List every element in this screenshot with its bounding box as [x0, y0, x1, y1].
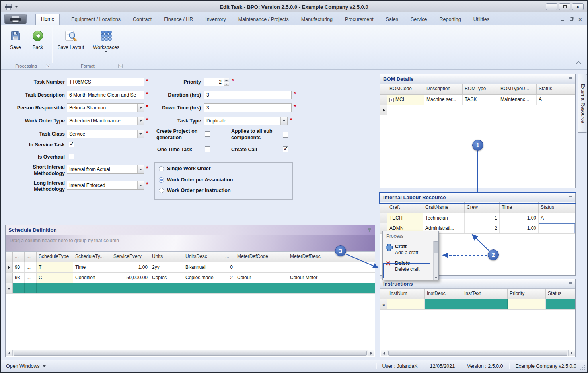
tab-equipment-locations[interactable]: Equipment / Locations [70, 14, 121, 25]
cell-ellipsis-button[interactable]: ... [25, 262, 37, 272]
column-header[interactable]: Description [424, 84, 463, 94]
close-button[interactable] [572, 3, 584, 10]
back-button[interactable]: Back [27, 29, 48, 50]
long-interval-select[interactable]: Interval Enforced [67, 181, 144, 190]
scroll-right-icon[interactable] [368, 350, 374, 356]
application-menu-button[interactable] [4, 14, 27, 24]
column-header[interactable]: Craft [387, 202, 423, 213]
menu-item-delete-craft[interactable]: Delete Delete craft [383, 258, 432, 274]
person-responsible-select[interactable]: Belinda Sharman [67, 103, 144, 112]
chevron-down-icon[interactable] [137, 130, 144, 138]
in-service-task-checkbox[interactable] [69, 142, 74, 147]
chevron-down-icon[interactable] [137, 165, 144, 173]
one-time-task-checkbox[interactable] [205, 146, 210, 152]
schedule-horizontal-scrollbar[interactable] [6, 350, 374, 356]
task-number-input[interactable] [67, 78, 144, 86]
tab-procurement[interactable]: Procurement [344, 14, 374, 25]
column-header[interactable]: BOMType [463, 84, 498, 94]
radio-single-work-order[interactable]: Single Work Order [159, 166, 211, 171]
cell-status-editing[interactable] [539, 223, 575, 233]
duration-input[interactable] [204, 91, 292, 99]
workspaces-button[interactable]: Workspaces [91, 29, 121, 52]
chevron-down-icon[interactable] [280, 117, 287, 125]
context-menu-scrollbar[interactable] [433, 241, 438, 280]
column-header[interactable]: UnitsDesc [183, 252, 223, 262]
column-header[interactable]: Status [539, 202, 575, 213]
tab-service[interactable]: Service [410, 14, 428, 25]
tab-maintenance-projects[interactable]: Maintenance / Projects [238, 14, 290, 25]
tab-sales[interactable]: Sales [385, 14, 399, 25]
task-description-input[interactable] [67, 91, 144, 99]
bom-current-row[interactable] [380, 105, 575, 115]
save-button[interactable]: Save [5, 29, 26, 50]
collapse-ribbon-icon[interactable] [576, 61, 581, 66]
priority-input[interactable] [204, 78, 224, 86]
column-header[interactable]: ... [223, 252, 235, 262]
column-header[interactable]: InstText [462, 289, 508, 299]
chevron-down-icon[interactable] [137, 117, 144, 125]
column-header[interactable]: BOMTypeD... [498, 84, 537, 94]
column-header[interactable]: MeterDefCode [235, 252, 288, 262]
minimize-button[interactable] [546, 3, 557, 10]
chevron-down-icon[interactable] [137, 181, 144, 189]
column-header[interactable]: Status [537, 84, 575, 94]
instructions-new-row[interactable] [380, 299, 575, 310]
column-header[interactable]: Crew [465, 202, 500, 213]
tab-finance-hr[interactable]: Finance / HR [163, 14, 194, 25]
tab-manufacturing[interactable]: Manufacturing [300, 14, 333, 25]
cell-ellipsis-button[interactable]: ... [25, 273, 37, 283]
schedule-new-row[interactable] [6, 283, 375, 294]
save-layout-button[interactable]: Save Layout [56, 29, 86, 50]
column-header[interactable]: CraftName [423, 202, 465, 213]
radio-work-order-per-instruction[interactable]: Work Order per Instruction [159, 188, 231, 193]
radio-work-order-per-association[interactable]: Work Order per Association [159, 177, 233, 183]
column-header[interactable]: InstNum [387, 289, 425, 299]
scroll-left-icon[interactable] [6, 350, 13, 356]
chevron-down-icon[interactable] [137, 104, 144, 112]
task-type-select[interactable]: Duplicate [204, 117, 288, 125]
maximize-button[interactable] [559, 3, 570, 10]
column-header[interactable]: Priority [508, 289, 546, 299]
tab-inventory[interactable]: Inventory [204, 14, 226, 25]
column-header[interactable]: ... [25, 252, 37, 262]
task-class-select[interactable]: Service [67, 130, 144, 138]
open-windows-button[interactable]: Open Windows [1, 363, 46, 369]
resize-grip[interactable] [580, 365, 586, 371]
column-header[interactable]: MeterDefDesc [288, 252, 375, 262]
tab-reporting[interactable]: Reporting [439, 14, 462, 25]
short-interval-select[interactable]: Interval from Actual [67, 165, 144, 174]
scroll-right-icon[interactable] [568, 350, 575, 356]
column-header[interactable]: Status [546, 289, 575, 299]
priority-spinner[interactable] [224, 78, 229, 86]
column-header[interactable]: ... [13, 252, 25, 262]
column-header[interactable]: BOMCode [387, 84, 424, 94]
tab-contract[interactable]: Contract [132, 14, 152, 25]
child-restore-icon[interactable] [570, 18, 573, 21]
pin-icon[interactable] [568, 77, 572, 82]
down-time-input[interactable] [204, 103, 292, 112]
scrollbar-thumb[interactable] [434, 241, 438, 253]
child-close-icon[interactable] [578, 16, 582, 22]
group-by-area[interactable]: Drag a column header here to group by th… [6, 235, 375, 252]
create-call-checkbox[interactable] [283, 146, 288, 152]
schedule-row-condition[interactable]: 93 ... C Condition 50,000.00 Copies Copi… [6, 273, 375, 283]
tab-utilities[interactable]: Utilities [473, 14, 490, 25]
pin-icon[interactable] [568, 282, 572, 286]
pin-icon[interactable] [368, 228, 372, 233]
expand-icon[interactable] [389, 98, 394, 102]
scrollbar-thumb[interactable] [388, 351, 567, 356]
bom-row-mcl[interactable]: MCL Machine ser... TASK Maintenanc... A [380, 95, 575, 105]
instructions-horizontal-scrollbar[interactable] [381, 350, 575, 356]
child-minimize-icon[interactable] [561, 20, 564, 21]
labour-row-tech[interactable]: TECH Technician 1 1.00 A [380, 213, 575, 223]
applies-sub-checkbox[interactable] [283, 132, 288, 138]
column-header[interactable]: InstDesc [425, 289, 462, 299]
scroll-left-icon[interactable] [381, 350, 387, 356]
external-resource-tab[interactable]: External Resource [578, 74, 588, 133]
column-header[interactable]: Units [150, 252, 183, 262]
column-header[interactable]: ServiceEvery [111, 252, 150, 262]
scroll-down-icon[interactable] [434, 275, 438, 280]
menu-item-add-craft[interactable]: Craft Add a craft [383, 241, 432, 258]
schedule-row-time[interactable]: 93 ... T Time 1.00 2yy Bi-annual 0 [6, 262, 375, 273]
processing-dialog-launcher[interactable] [46, 64, 50, 68]
